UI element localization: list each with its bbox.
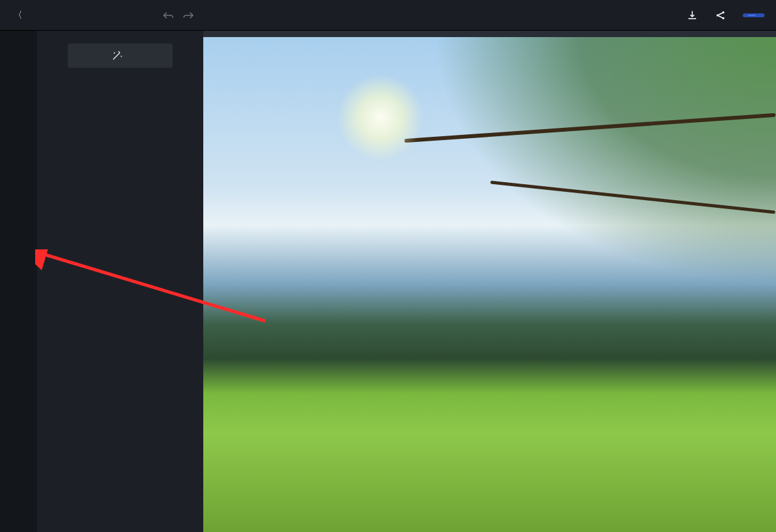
share-button[interactable]: [715, 10, 730, 21]
chevron-left-icon: 〈: [13, 10, 22, 21]
auto-adjust-button[interactable]: [68, 43, 173, 68]
svg-point-1: [722, 11, 724, 13]
redo-button[interactable]: [183, 11, 194, 20]
redo-icon: [183, 11, 194, 20]
svg-point-0: [717, 14, 718, 16]
undo-button[interactable]: [162, 11, 174, 20]
free-trial-button[interactable]: [743, 13, 764, 17]
svg-point-2: [722, 17, 724, 19]
canvas-image: [203, 37, 776, 532]
canvas-area[interactable]: [203, 31, 776, 532]
wand-icon: [111, 50, 123, 61]
download-icon: [687, 10, 698, 21]
undo-icon: [162, 11, 174, 20]
share-icon: [715, 10, 726, 21]
home-button[interactable]: 〈: [0, 0, 37, 30]
save-button[interactable]: [687, 10, 702, 21]
pro-badge: [748, 15, 756, 16]
